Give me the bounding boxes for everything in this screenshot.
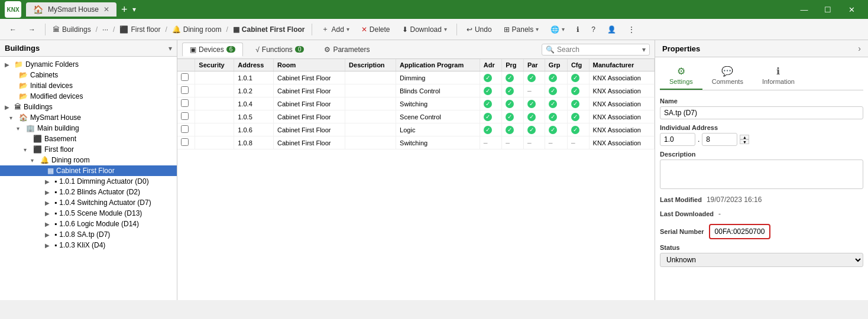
- search-dropdown-icon[interactable]: ▾: [642, 45, 646, 54]
- prop-tab-settings[interactable]: ⚙ Settings: [660, 62, 702, 90]
- bc-dining-room[interactable]: 🔔 Dining room: [170, 24, 224, 35]
- tree-item-mysmart-house[interactable]: ▾ 🏠 MySmart House: [0, 112, 177, 123]
- bc-buildings[interactable]: 🏛 Buildings: [50, 24, 93, 35]
- row-checkbox[interactable]: [181, 138, 189, 146]
- maximize-button[interactable]: ☐: [816, 1, 840, 18]
- tree-item-cabinets[interactable]: 📂 Cabinets: [0, 70, 177, 80]
- col-header-adr: Adr: [480, 59, 501, 71]
- delete-button[interactable]: ✕ Delete: [357, 23, 395, 36]
- spin-down-btn[interactable]: ▼: [740, 139, 749, 144]
- tree-item-cabinet-first-floor[interactable]: ▦ Cabinet First Floor: [0, 165, 177, 176]
- tree-item-initial-devices[interactable]: 📂 Initial devices: [0, 80, 177, 91]
- table-row[interactable]: 1.0.1Cabinet First FloorDimming✓✓✓✓✓KNX …: [177, 71, 655, 84]
- grp-cell: ✓: [545, 71, 567, 84]
- help-button[interactable]: ?: [587, 23, 600, 36]
- toolbar: ← → 🏛 Buildings / ··· / ⬛ First floor / …: [0, 19, 868, 40]
- tree-node-label: 1.0.6 Logic Module (D14): [59, 220, 139, 228]
- info-button[interactable]: ℹ: [572, 23, 584, 36]
- tab-bar: ▣ Devices 6 √ Functions 0 ⚙ Parameters 🔍…: [177, 40, 655, 59]
- tree-item-d104[interactable]: ▶ ▪ 1.0.4 Switching Actuator (D7): [0, 197, 177, 208]
- tab-functions[interactable]: √ Functions 0: [248, 43, 312, 57]
- status-green-icon: ✓: [506, 113, 514, 121]
- prop-tab-comments[interactable]: 💬 Comments: [702, 62, 753, 90]
- tab-icon: 🏠: [33, 5, 43, 14]
- grp-cell: ✓: [545, 84, 567, 97]
- tree-node-label: 1.0.4 Switching Actuator (D7): [59, 198, 151, 207]
- main-tab[interactable]: 🏠 MySmart House ✕: [26, 2, 116, 17]
- prg-cell: –: [502, 136, 524, 149]
- delete-label: Delete: [370, 25, 390, 34]
- right-panel: Properties › ⚙ Settings 💬 Comments ℹ Inf…: [655, 40, 868, 300]
- world-button[interactable]: 🌐 ▾: [546, 23, 569, 36]
- last-downloaded-row: Last Downloaded -: [660, 210, 863, 219]
- description-textarea[interactable]: [660, 160, 863, 189]
- search-icon: 🔍: [546, 45, 555, 54]
- name-input[interactable]: [660, 106, 863, 119]
- row-checkbox[interactable]: [181, 112, 189, 120]
- status-select[interactable]: Unknown: [660, 253, 863, 267]
- tree-item-d103[interactable]: ▶ ▪ 1.0.3 KliX (D4): [0, 240, 177, 250]
- undo-button[interactable]: ↩ Undo: [462, 23, 497, 36]
- row-checkbox[interactable]: [181, 125, 189, 133]
- tree-item-dynamic-folders[interactable]: ▶ 📁 Dynamic Folders: [0, 59, 177, 70]
- tree-item-main-building[interactable]: ▾ 🏢 Main building: [0, 123, 177, 134]
- tab-dropdown-btn[interactable]: ▾: [132, 5, 136, 14]
- tree-item-buildings-header[interactable]: ▶ 🏛 Buildings: [0, 102, 177, 112]
- tab-parameters[interactable]: ⚙ Parameters: [316, 43, 377, 57]
- right-panel-expand-btn[interactable]: ›: [858, 44, 861, 53]
- tab-devices[interactable]: ▣ Devices 6: [182, 43, 243, 57]
- add-button[interactable]: ＋ Add ▾: [317, 22, 354, 37]
- left-panel-dropdown-icon[interactable]: ▾: [169, 44, 172, 53]
- row-checkbox[interactable]: [181, 99, 189, 107]
- search-input[interactable]: [557, 45, 640, 54]
- left-panel: Buildings ▾ ▶ 📁 Dynamic Folders 📂 Cabine…: [0, 40, 177, 300]
- tree-item-d105[interactable]: ▶ ▪ 1.0.5 Scene Module (D13): [0, 208, 177, 219]
- panels-button[interactable]: ⊞ Panels ▾: [499, 23, 544, 36]
- status-green-icon: ✓: [484, 113, 492, 121]
- back-button[interactable]: ←: [5, 23, 21, 36]
- tab-close-btn[interactable]: ✕: [103, 5, 109, 14]
- tree-node-label: Main building: [37, 124, 79, 132]
- tree-item-d100[interactable]: ▶ ▪ 1.0.1 Dimming Actuator (D0): [0, 176, 177, 187]
- table-row[interactable]: 1.0.5Cabinet First FloorScene Control✓✓✓…: [177, 110, 655, 123]
- tree-item-first-floor[interactable]: ▾ ⬛ First floor: [0, 144, 177, 155]
- serial-number-label: Serial Number: [660, 228, 704, 235]
- bc-more-button[interactable]: ···: [100, 24, 111, 35]
- tree-item-d108[interactable]: ▶ ▪ 1.0.8 SA.tp (D7): [0, 229, 177, 240]
- tree-expand-icon: ▶: [45, 189, 52, 196]
- tree-expand-icon: ▶: [45, 232, 52, 238]
- row-checkbox[interactable]: [181, 73, 189, 81]
- close-button[interactable]: ✕: [840, 1, 863, 18]
- row-checkbox[interactable]: [181, 86, 189, 94]
- tab-title: MySmart House: [48, 5, 99, 14]
- new-tab-button[interactable]: +: [121, 4, 128, 15]
- floor-icon: ⬛: [119, 25, 128, 34]
- tree-item-modified-devices[interactable]: 📂 Modified devices: [0, 91, 177, 102]
- bc-dining-room-label: Dining room: [183, 25, 222, 34]
- tree-item-d102[interactable]: ▶ ▪ 1.0.2 Blinds Actuator (D2): [0, 187, 177, 197]
- prop-tab-information[interactable]: ℹ Information: [753, 62, 804, 90]
- forward-button[interactable]: →: [24, 23, 40, 36]
- table-row[interactable]: 1.0.2Cabinet First FloorBlinds Control✓✓…: [177, 84, 655, 97]
- table-row[interactable]: 1.0.8Cabinet First FloorSwitching–––––KN…: [177, 136, 655, 149]
- address-spinbox[interactable]: ▲ ▼: [740, 135, 749, 144]
- tree-expand-icon: ▶: [45, 210, 52, 217]
- minimize-button[interactable]: —: [792, 1, 816, 18]
- bc-first-floor[interactable]: ⬛ First floor: [117, 24, 163, 35]
- adr-cell: ✓: [480, 110, 501, 123]
- app-program-cell: Logic: [396, 123, 480, 136]
- tree-item-d106[interactable]: ▶ ▪ 1.0.6 Logic Module (D14): [0, 219, 177, 229]
- address-part1-input[interactable]: [660, 133, 695, 146]
- download-button[interactable]: ⬇ Download ▾: [397, 23, 452, 36]
- bc-cabinet[interactable]: ▦ Cabinet First Floor: [231, 24, 307, 35]
- tree-item-dining-room[interactable]: ▾ 🔔 Dining room: [0, 155, 177, 165]
- spin-up-btn[interactable]: ▲: [740, 135, 749, 139]
- address-part2-input[interactable]: [702, 133, 737, 146]
- tree-item-basement[interactable]: ⬛ Basement: [0, 134, 177, 144]
- table-row[interactable]: 1.0.4Cabinet First FloorSwitching✓✓✓✓✓KN…: [177, 97, 655, 110]
- table-row[interactable]: 1.0.6Cabinet First FloorLogic✓✓✓✓✓KNX As…: [177, 123, 655, 136]
- col-header-grp: Grp: [545, 59, 567, 71]
- user-button[interactable]: 👤: [603, 23, 621, 36]
- prop-tab-icon-information: ℹ: [776, 66, 780, 77]
- more-options-button[interactable]: ⋮: [623, 23, 640, 36]
